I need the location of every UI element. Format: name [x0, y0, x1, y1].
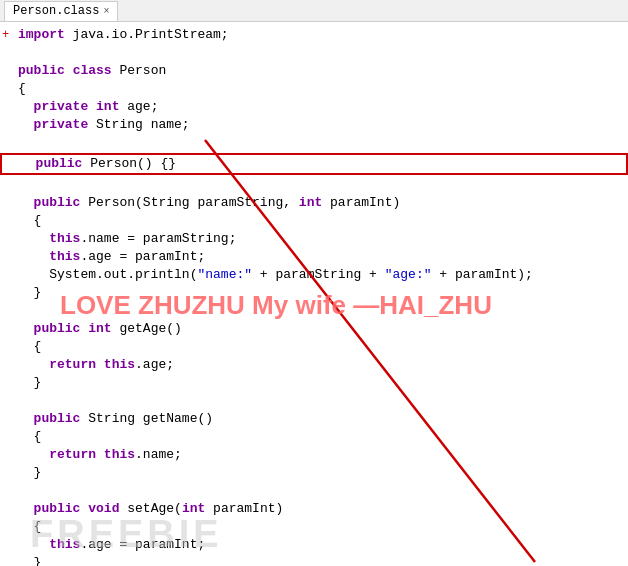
code-line: private int age; — [0, 98, 628, 116]
code-line: { — [0, 80, 628, 98]
code-line: public Person(String paramString, int pa… — [0, 194, 628, 212]
code-line — [0, 302, 628, 320]
code-line: System.out.println("name:" + paramString… — [0, 266, 628, 284]
tab-person-class[interactable]: Person.class × — [4, 1, 118, 21]
code-line: public int getAge() — [0, 320, 628, 338]
code-line — [0, 482, 628, 500]
code-line — [0, 176, 628, 194]
code-line: public String getName() — [0, 410, 628, 428]
code-line: } — [0, 284, 628, 302]
code-line: public void setAge(int paramInt) — [0, 500, 628, 518]
code-line: return this.age; — [0, 356, 628, 374]
code-line: return this.name; — [0, 446, 628, 464]
code-line: { — [0, 338, 628, 356]
code-line: this.name = paramString; — [0, 230, 628, 248]
code-line: } — [0, 464, 628, 482]
code-line: } — [0, 554, 628, 566]
code-line — [0, 134, 628, 152]
code-line: { — [0, 428, 628, 446]
code-line: this.age = paramInt; — [0, 536, 628, 554]
editor-area: LOVE ZHUZHU My wife —HAI_ZHU FREEBIE + i… — [0, 22, 628, 566]
code-editor: + import java.io.PrintStream; public cla… — [0, 26, 628, 566]
code-line: { — [0, 212, 628, 230]
tab-bar: Person.class × — [0, 0, 628, 22]
code-line: } — [0, 374, 628, 392]
code-line: public class Person — [0, 62, 628, 80]
tab-label: Person.class — [13, 4, 99, 18]
code-line: + import java.io.PrintStream; — [0, 26, 628, 44]
tab-close-icon[interactable]: × — [103, 6, 109, 17]
highlighted-constructor-line: public Person() {} — [0, 153, 628, 175]
code-line: private String name; — [0, 116, 628, 134]
line-prefix: + — [2, 26, 9, 44]
code-line — [0, 392, 628, 410]
code-line: this.age = paramInt; — [0, 248, 628, 266]
code-line — [0, 44, 628, 62]
code-line: { — [0, 518, 628, 536]
